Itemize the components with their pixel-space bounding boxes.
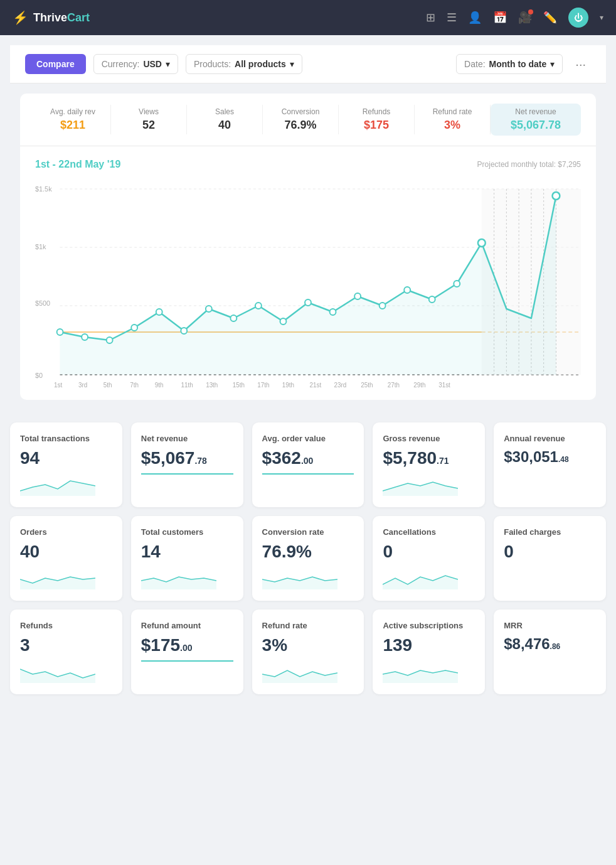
stat-views-value: 52 [111, 119, 186, 132]
svg-point-22 [156, 309, 162, 315]
svg-point-32 [404, 287, 410, 293]
svg-point-36 [553, 192, 560, 200]
stat-conversion-value: 76.9% [263, 119, 338, 132]
svg-text:17th: 17th [257, 382, 269, 389]
list-icon[interactable]: ☰ [447, 11, 457, 24]
metric-orders-label: Orders [20, 527, 112, 537]
stat-refunds: Refunds $175 [339, 105, 415, 134]
svg-point-29 [330, 309, 336, 315]
date-chevron: ▾ [550, 59, 555, 69]
currency-selector[interactable]: Currency: USD ▾ [93, 54, 178, 74]
metric-refund-amount-value: $175.00 [141, 637, 233, 654]
metric-mrr-label: MRR [504, 621, 596, 630]
logo: ⚡ ThriveCart [13, 10, 90, 25]
svg-point-21 [131, 325, 137, 331]
metrics-row-1: Total transactions 94 Net revenue $5,067… [0, 422, 616, 516]
metric-annual-revenue-value: $30,051.48 [504, 449, 596, 465]
svg-text:7th: 7th [130, 382, 139, 389]
chart-container: $1.5k $1k $500 $0 [35, 180, 581, 394]
metric-conversion-sparkline [262, 567, 337, 589]
metric-total-transactions-label: Total transactions [20, 434, 112, 443]
metric-gross-revenue: Gross revenue $5,780.71 [373, 422, 485, 507]
more-button[interactable]: ··· [570, 55, 591, 74]
stat-conversion-label: Conversion [263, 107, 338, 116]
svg-text:29th: 29th [413, 382, 425, 389]
metric-refund-amount-label: Refund amount [141, 621, 233, 630]
svg-text:1st: 1st [54, 382, 62, 389]
products-chevron: ▾ [290, 59, 294, 69]
svg-point-19 [82, 334, 88, 340]
metrics-row-2: Orders 40 Total customers 14 Conversion … [0, 516, 616, 610]
stat-refunds-value: $175 [339, 119, 414, 132]
metric-cancellations-value: 0 [383, 543, 475, 561]
stat-avg-daily-rev-value: $211 [35, 119, 110, 132]
svg-text:$1k: $1k [35, 243, 46, 250]
metric-total-customers: Total customers 14 [131, 516, 243, 601]
svg-text:5th: 5th [104, 382, 112, 389]
svg-text:3rd: 3rd [78, 382, 87, 389]
metric-net-revenue: Net revenue $5,067.78 [131, 422, 243, 507]
svg-point-23 [181, 328, 187, 334]
svg-point-33 [429, 296, 435, 303]
metric-refund-amount: Refund amount $175.00 [131, 610, 243, 694]
products-label: Products: [194, 59, 231, 69]
metric-refunds-value: 3 [20, 637, 112, 654]
stat-avg-daily-rev-label: Avg. daily rev [35, 107, 110, 116]
metric-mrr: MRR $8,476.86 [494, 610, 606, 694]
currency-value: USD [143, 59, 162, 69]
svg-text:23rd: 23rd [334, 382, 347, 389]
metric-active-subs-sparkline [383, 660, 458, 683]
grid-icon[interactable]: ⊞ [426, 11, 435, 24]
metric-cancellations-sparkline [383, 567, 458, 589]
svg-point-27 [280, 318, 287, 325]
metric-failed-charges-value: 0 [504, 543, 596, 561]
metric-cancellations: Cancellations 0 [373, 516, 485, 601]
chevron-down-icon[interactable]: ▾ [600, 13, 603, 22]
metric-net-revenue-label: Net revenue [141, 434, 233, 443]
logo-text: ThriveCart [33, 11, 90, 24]
chart-title: 1st - 22nd May '19 [35, 159, 120, 170]
avatar-button[interactable]: ⏻ [568, 8, 588, 28]
user-icon[interactable]: 👤 [468, 11, 482, 24]
header-icons: ⊞ ☰ 👤 📅 🎥 ✏️ ⏻ ▾ [426, 8, 603, 28]
stat-refund-rate: Refund rate 3% [415, 105, 491, 134]
stat-sales-label: Sales [187, 107, 262, 116]
metric-gross-revenue-label: Gross revenue [383, 434, 475, 443]
metric-conversion-rate: Conversion rate 76.9% [252, 516, 364, 601]
svg-text:25th: 25th [361, 382, 373, 389]
svg-point-25 [230, 315, 236, 321]
stats-bar: Avg. daily rev $211 Views 52 Sales 40 Co… [20, 94, 596, 146]
video-icon[interactable]: 🎥 [518, 11, 532, 24]
metric-active-subscriptions-value: 139 [383, 637, 475, 654]
metric-refunds-label: Refunds [20, 621, 112, 630]
metric-failed-charges: Failed charges 0 [494, 516, 606, 601]
metric-orders-value: 40 [20, 543, 112, 561]
products-selector[interactable]: Products: All products ▾ [186, 54, 302, 74]
svg-text:$500: $500 [35, 299, 50, 307]
currency-label: Currency: [102, 59, 140, 69]
metric-total-transactions: Total transactions 94 [10, 422, 122, 507]
svg-marker-61 [383, 670, 458, 683]
compare-button[interactable]: Compare [25, 54, 86, 74]
svg-point-26 [255, 303, 262, 309]
svg-point-28 [305, 299, 311, 306]
edit-icon[interactable]: ✏️ [543, 11, 557, 24]
metric-conversion-rate-value: 76.9% [262, 543, 354, 561]
metric-refund-amount-line [141, 660, 233, 662]
stat-views-label: Views [111, 107, 186, 116]
svg-marker-55 [20, 577, 95, 589]
stat-net-revenue: Net revenue $5,067.78 [491, 104, 581, 136]
date-selector[interactable]: Date: Month to date ▾ [456, 54, 563, 74]
svg-text:$0: $0 [35, 372, 43, 379]
metric-failed-charges-label: Failed charges [504, 527, 596, 537]
svg-marker-59 [20, 669, 95, 683]
metric-active-subscriptions-label: Active subscriptions [383, 621, 475, 630]
metric-refunds: Refunds 3 [10, 610, 122, 694]
svg-text:$1.5k: $1.5k [35, 185, 52, 193]
metric-total-customers-sparkline [141, 567, 216, 589]
chart-section: 1st - 22nd May '19 Projected monthly tot… [20, 146, 596, 400]
calendar-icon[interactable]: 📅 [493, 11, 507, 24]
stat-views: Views 52 [111, 105, 187, 134]
svg-text:9th: 9th [155, 382, 164, 389]
svg-point-31 [380, 303, 386, 309]
